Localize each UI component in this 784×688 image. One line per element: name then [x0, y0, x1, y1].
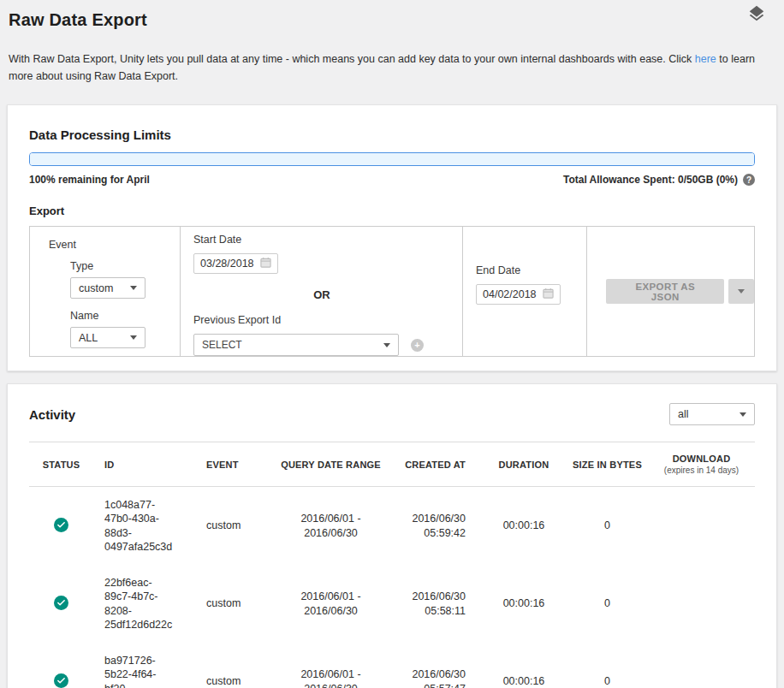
id-cell: 1c048a77-47b0-430a-88d3-0497afa25c3d: [93, 487, 196, 566]
activity-filter-value: all: [678, 408, 689, 420]
created-date: 2016/06/30: [396, 667, 466, 681]
range-end: 2016/06/30: [272, 526, 389, 540]
created-date: 2016/06/30: [396, 590, 466, 603]
limits-labels-row: 100% remaining for April Total Allowance…: [29, 174, 755, 186]
event-name-value: ALL: [79, 332, 98, 344]
learn-more-link[interactable]: here: [695, 53, 716, 65]
intro-text-before: With Raw Data Export, Unity lets you pul…: [9, 53, 695, 65]
range-start: 2016/06/01 -: [272, 590, 389, 603]
event-cell: custom: [196, 643, 269, 688]
chevron-down-icon: [383, 343, 390, 347]
end-date-label: End Date: [476, 264, 586, 276]
event-cell: custom: [196, 487, 269, 566]
export-as-json-button[interactable]: EXPORT AS JSON: [606, 279, 724, 304]
size-cell: 0: [567, 487, 648, 566]
calendar-icon[interactable]: [260, 257, 271, 270]
data-processing-limits-card: Data Processing Limits 100% remaining fo…: [7, 104, 777, 371]
size-cell: 0: [567, 565, 648, 643]
download-expiry-note: (expires in 14 days): [651, 466, 751, 475]
allowance-progress-fill: [30, 153, 754, 165]
created-at-cell: 2016/06/30 05:59:42: [393, 487, 481, 566]
range-start: 2016/06/01 -: [272, 667, 389, 681]
page-header: Raw Data Export: [0, 0, 784, 30]
duration-cell: 00:00:16: [481, 643, 567, 688]
activity-card: Activity all STATUS ID EVENT QUERY DATE …: [7, 383, 777, 688]
refresh-export-list-icon[interactable]: +: [411, 339, 424, 352]
created-date: 2016/06/30: [396, 512, 466, 525]
col-header-created-at: CREATED AT: [393, 442, 481, 487]
range-end: 2016/06/30: [272, 604, 389, 618]
duration-cell: 00:00:16: [481, 565, 567, 643]
download-cell: [648, 643, 755, 688]
event-type-select[interactable]: custom: [70, 277, 146, 299]
query-date-range-cell: 2016/06/01 - 2016/06/30: [269, 565, 393, 643]
duration-cell: 00:00:16: [481, 487, 567, 566]
col-header-event: EVENT: [196, 442, 269, 487]
export-format-dropdown-button[interactable]: [728, 279, 754, 304]
or-label: OR: [193, 288, 450, 301]
download-header-label: DOWNLOAD: [673, 454, 731, 464]
query-date-range-cell: 2016/06/01 - 2016/06/30: [269, 487, 393, 566]
range-start: 2016/06/01 -: [272, 512, 389, 525]
success-check-icon: [54, 673, 68, 688]
col-header-download: DOWNLOAD (expires in 14 days): [648, 442, 755, 487]
activity-header: Activity all: [29, 403, 755, 425]
download-cell: [648, 487, 755, 566]
export-form: Event Type custom Name ALL Start Date 03…: [29, 226, 755, 357]
activity-filter-select[interactable]: all: [669, 403, 755, 425]
range-end: 2016/06/30: [272, 682, 389, 688]
created-at-cell: 2016/06/30 05:58:11: [393, 565, 481, 643]
page-title: Raw Data Export: [9, 10, 775, 30]
start-date-value: 03/28/2018: [200, 258, 254, 270]
status-cell: [29, 487, 93, 566]
export-action-column: EXPORT AS JSON: [586, 227, 754, 356]
chevron-down-icon: [739, 412, 746, 417]
success-check-icon: [54, 518, 68, 532]
table-row: ba971726-5b22-4f64-bf20-82dc3f355adf cus…: [29, 643, 755, 688]
layers-icon[interactable]: [747, 4, 766, 23]
event-type-label: Type: [70, 260, 180, 272]
calendar-icon[interactable]: [543, 288, 554, 301]
event-name-select[interactable]: ALL: [70, 327, 146, 348]
col-header-status: STATUS: [29, 442, 93, 487]
id-cell: ba971726-5b22-4f64-bf20-82dc3f355adf: [93, 643, 196, 688]
intro-text: With Raw Data Export, Unity lets you pul…: [0, 50, 775, 85]
previous-export-label: Previous Export Id: [193, 314, 462, 326]
limits-heading: Data Processing Limits: [29, 128, 755, 142]
col-header-size-in-bytes: SIZE IN BYTES: [567, 442, 648, 487]
export-id: ba971726-5b22-4f64-bf20-82dc3f355adf: [104, 654, 176, 688]
created-time: 05:57:47: [396, 682, 466, 688]
status-cell: [29, 565, 93, 643]
start-date-input[interactable]: 03/28/2018: [193, 253, 278, 274]
end-date-input[interactable]: 04/02/2018: [476, 284, 561, 305]
date-range-column: Start Date 03/28/2018 OR Previous Export…: [180, 227, 462, 356]
export-id: 1c048a77-47b0-430a-88d3-0497afa25c3d: [104, 498, 176, 554]
export-heading: Export: [29, 205, 755, 217]
start-date-label: Start Date: [193, 234, 462, 246]
help-icon[interactable]: ?: [743, 174, 755, 186]
allowance-progress-bar: [29, 152, 755, 166]
activity-table: STATUS ID EVENT QUERY DATE RANGE CREATED…: [29, 442, 755, 688]
previous-export-value: SELECT: [202, 339, 242, 351]
chevron-down-icon: [738, 289, 745, 294]
event-name-label: Name: [70, 310, 180, 322]
end-date-column: End Date 04/02/2018: [462, 227, 586, 356]
status-cell: [29, 643, 93, 688]
event-type-value: custom: [79, 282, 113, 294]
download-cell: [648, 565, 755, 643]
size-cell: 0: [567, 643, 648, 688]
previous-export-select[interactable]: SELECT: [193, 334, 399, 356]
remaining-label: 100% remaining for April: [29, 174, 150, 186]
table-header-row: STATUS ID EVENT QUERY DATE RANGE CREATED…: [29, 442, 755, 487]
created-at-cell: 2016/06/30 05:57:47: [393, 643, 481, 688]
export-id: 22bf6eac-89c7-4b7c-8208-25df12d6d22c: [104, 576, 176, 632]
col-header-id: ID: [93, 442, 196, 487]
col-header-query-date-range: QUERY DATE RANGE: [269, 442, 393, 487]
table-row: 22bf6eac-89c7-4b7c-8208-25df12d6d22c cus…: [29, 565, 755, 643]
end-date-value: 04/02/2018: [483, 288, 537, 300]
activity-heading: Activity: [29, 407, 75, 422]
chevron-down-icon: [130, 286, 137, 290]
query-date-range-cell: 2016/06/01 - 2016/06/30: [269, 643, 393, 688]
created-time: 05:58:11: [396, 604, 466, 618]
event-label: Event: [49, 239, 180, 251]
